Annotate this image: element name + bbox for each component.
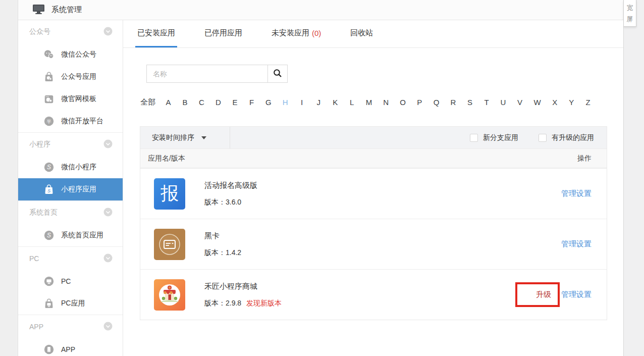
sidebar-item-label: 微信小程序 — [61, 163, 96, 172]
tab-uninstalled-apps[interactable]: 未安装应用 (0) — [270, 20, 323, 47]
sidebar-item-wechat-official-account[interactable]: 微信公众号 — [18, 43, 123, 66]
pc-bag-icon — [43, 298, 55, 309]
checkbox-unchecked[interactable] — [539, 134, 547, 142]
wechat-official-icon — [43, 49, 55, 60]
app-name: 黑卡 — [204, 231, 241, 241]
alphabet-item[interactable]: P — [417, 98, 422, 107]
filter-label: 有升级的应用 — [552, 133, 594, 142]
alphabet-item[interactable]: C — [199, 98, 204, 107]
sidebar-section-header[interactable]: 系统首页 — [18, 201, 123, 224]
alphabet-item[interactable]: L — [349, 98, 355, 107]
open-platform-icon: 平 — [43, 116, 55, 127]
alphabet-item[interactable]: X — [552, 98, 558, 107]
sidebar-item-micro-site-templates[interactable]: 微官网模板 — [18, 88, 123, 110]
page-title: 系统管理 — [51, 5, 82, 15]
sidebar-item-pc-apps[interactable]: PC应用 — [18, 292, 123, 315]
chevron-down-circle-icon[interactable] — [103, 253, 113, 264]
chevron-down-circle-icon[interactable] — [103, 208, 113, 218]
alphabet-item[interactable]: Z — [585, 98, 591, 107]
official-app-bag-icon — [43, 71, 55, 82]
registration-app-tile: 报 — [154, 178, 185, 210]
section-label: PC — [29, 255, 39, 263]
sort-label: 安装时间排序 — [152, 133, 194, 142]
sidebar-item-miniprogram-apps[interactable]: S 小程序应用 — [18, 178, 123, 200]
alphabet-item[interactable]: J — [316, 98, 321, 107]
sidebar-section-app: APP APP — [18, 315, 123, 356]
svg-text:S: S — [47, 232, 51, 239]
miniprogram-circle-icon: S — [43, 230, 55, 241]
search-input[interactable] — [146, 65, 267, 83]
sidebar-section-official-account: 公众号 微信公众号 公众号应用 微官网模板 平 — [18, 20, 123, 132]
sidebar-item-app[interactable]: APP — [18, 338, 123, 356]
alphabet-item[interactable]: Y — [569, 98, 574, 107]
alphabet-item[interactable]: G — [265, 98, 272, 107]
app-version: 版本：1.4.2 — [204, 248, 241, 258]
column-actions: 操作 — [577, 154, 607, 163]
right-edge-strip — [623, 0, 644, 356]
sidebar-item-label: 小程序应用 — [61, 185, 96, 194]
sidebar-item-wechat-miniprogram[interactable]: S 微信小程序 — [18, 156, 123, 178]
alphabet-item-all[interactable]: 全部 — [140, 97, 155, 107]
tab-installed-apps[interactable]: 已安装应用 — [135, 20, 177, 47]
alphabet-item[interactable]: U — [501, 98, 506, 107]
chevron-down-circle-icon[interactable] — [103, 139, 113, 150]
tab-disabled-apps[interactable]: 已停用应用 — [202, 20, 244, 47]
sort-dropdown[interactable]: 安装时间排序 — [140, 127, 230, 148]
alphabet-item[interactable]: Q — [434, 98, 440, 107]
widescreen-toggle[interactable]: 宽屏 — [623, 0, 636, 27]
sidebar-section-header[interactable]: 公众号 — [18, 20, 123, 43]
filter-new-branch-apps[interactable]: 新分支应用 — [470, 133, 518, 142]
alphabet-item[interactable]: T — [484, 98, 490, 107]
sidebar-item-official-account-apps[interactable]: 公众号应用 — [18, 66, 123, 88]
app-name: 活动报名高级版 — [204, 181, 257, 190]
alphabet-item[interactable]: I — [299, 98, 305, 107]
alphabet-item[interactable]: N — [383, 98, 389, 107]
alphabet-item[interactable]: A — [166, 98, 171, 107]
manage-settings-link[interactable]: 管理设置 — [561, 290, 592, 299]
alphabet-item[interactable]: S — [467, 98, 473, 107]
checkbox-unchecked[interactable] — [470, 134, 478, 142]
alphabet-item[interactable]: M — [366, 98, 372, 107]
manage-settings-link[interactable]: 管理设置 — [561, 239, 592, 249]
sidebar-item-label: PC应用 — [61, 299, 85, 308]
section-label: 小程序 — [29, 140, 50, 149]
manage-settings-link[interactable]: 管理设置 — [561, 189, 592, 198]
chevron-down-circle-icon[interactable] — [103, 27, 113, 37]
alphabet-item[interactable]: E — [232, 98, 238, 107]
svg-text:平: 平 — [46, 119, 51, 124]
app-version: 版本：3.6.0 — [204, 198, 257, 207]
filter-upgradable-apps[interactable]: 有升级的应用 — [539, 133, 594, 142]
new-version-link[interactable]: 发现新版本 — [246, 299, 282, 307]
search-button[interactable] — [267, 65, 288, 83]
alphabet-item-active[interactable]: H — [283, 98, 288, 107]
monitor-icon — [32, 3, 45, 17]
miniprogram-bag-icon: S — [43, 184, 55, 195]
alphabet-item[interactable]: F — [249, 98, 254, 107]
alphabet-item[interactable]: W — [534, 98, 541, 107]
alphabet-item[interactable]: R — [451, 98, 456, 107]
alphabet-item[interactable]: B — [182, 98, 188, 107]
alphabet-item[interactable]: K — [333, 98, 338, 107]
sidebar-section-header[interactable]: PC — [18, 247, 123, 270]
miniprogram-circle-icon: S — [43, 162, 55, 173]
upgrade-link[interactable]: 升级 — [536, 290, 551, 299]
alphabet-item[interactable]: D — [216, 98, 221, 107]
search-bar — [123, 48, 623, 83]
alphabet-item[interactable]: O — [400, 98, 406, 107]
alphabet-item[interactable]: V — [517, 98, 523, 107]
app-version: 版本：2.9.8 发现新版本 — [204, 299, 282, 308]
caret-down-icon — [201, 136, 206, 139]
tab-recycle-bin[interactable]: 回收站 — [348, 20, 375, 47]
sidebar-section-header[interactable]: APP — [18, 315, 123, 338]
section-label: 系统首页 — [29, 208, 58, 217]
sidebar-item-wechat-open-platform[interactable]: 平 微信开放平台 — [18, 110, 123, 132]
app-version-number: 版本：2.9.8 — [204, 299, 241, 307]
sidebar-item-label: 微信公众号 — [61, 50, 96, 59]
sidebar-item-pc[interactable]: PC — [18, 270, 123, 292]
sidebar-item-label: 公众号应用 — [61, 72, 96, 81]
sidebar-item-system-home-apps[interactable]: S 系统首页应用 — [18, 224, 123, 246]
sidebar-section-header[interactable]: 小程序 — [18, 133, 123, 156]
tab-count-badge: (0) — [312, 29, 321, 37]
svg-text:S: S — [47, 164, 51, 171]
chevron-down-circle-icon[interactable] — [103, 322, 113, 332]
